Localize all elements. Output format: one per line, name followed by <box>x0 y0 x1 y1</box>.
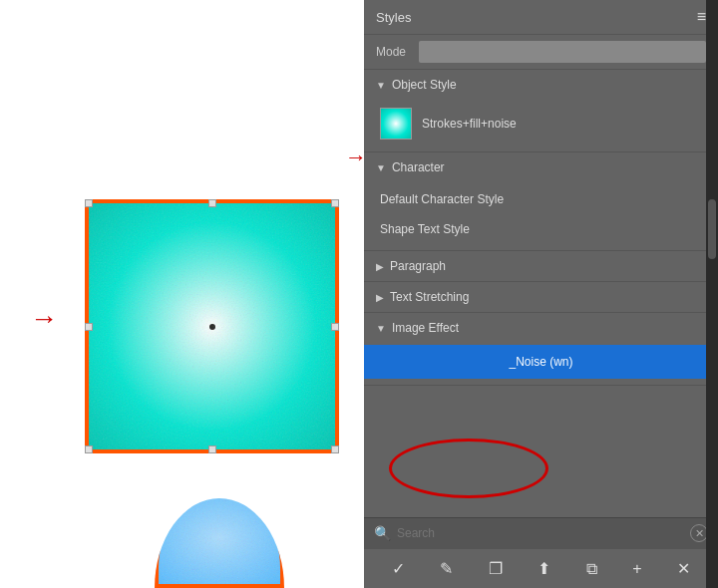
handle-bm <box>208 445 216 453</box>
toolbar-duplicate-button[interactable]: ⧉ <box>582 558 601 580</box>
toolbar-close-button[interactable]: ✕ <box>673 557 694 580</box>
mode-label: Mode <box>376 45 411 59</box>
character-triangle: ▼ <box>376 162 386 173</box>
image-effect-header[interactable]: ▼ Image Effect <box>364 313 718 343</box>
image-effect-section: ▼ Image Effect _Noise (wn) <box>364 313 718 386</box>
style-name: Strokes+fill+noise <box>422 117 517 131</box>
mode-select[interactable] <box>419 41 706 63</box>
search-icon: 🔍 <box>374 525 391 541</box>
image-effect-content: _Noise (wn) <box>364 343 718 385</box>
object-style-content: Strokes+fill+noise <box>364 100 718 151</box>
handle-br <box>331 445 339 453</box>
center-dot <box>209 324 215 330</box>
handle-mr <box>331 323 339 331</box>
toolbar-edit-button[interactable]: ✎ <box>436 557 457 580</box>
character-title: Character <box>392 160 445 174</box>
object-style-row[interactable]: Strokes+fill+noise <box>364 102 718 146</box>
image-effect-title: Image Effect <box>392 321 459 335</box>
object-style-section: ▼ Object Style Strokes+fill+noise <box>364 70 718 152</box>
scroll-indicator[interactable] <box>708 199 716 259</box>
handle-ml <box>85 323 93 331</box>
annotation-arrow-left <box>30 309 80 329</box>
paragraph-title: Paragraph <box>390 259 446 273</box>
toolbar-check-button[interactable]: ✓ <box>388 557 409 580</box>
object-style-header[interactable]: ▼ Object Style <box>364 70 718 100</box>
handle-tr <box>331 199 339 207</box>
character-content: Default Character Style Shape Text Style <box>364 182 718 250</box>
object-style-title: Object Style <box>392 78 457 92</box>
bottom-shape <box>155 488 284 588</box>
right-edge-bar <box>706 0 718 588</box>
panel-header: Styles ≡ <box>364 0 718 35</box>
character-item-shape[interactable]: Shape Text Style <box>364 214 718 244</box>
text-stretching-title: Text Stretching <box>390 290 469 304</box>
handle-tl <box>85 199 93 207</box>
mode-row: Mode <box>364 35 718 70</box>
panel-toolbar: ✓ ✎ ❐ ⬆ ⧉ + ✕ <box>364 548 718 588</box>
paragraph-triangle: ▶ <box>376 261 384 272</box>
panel-title: Styles <box>376 10 411 25</box>
toolbar-copy-button[interactable]: ❐ <box>485 557 507 580</box>
search-bar: 🔍 ✕ <box>364 517 718 548</box>
artwork-box <box>85 199 339 453</box>
paragraph-section: ▶ Paragraph <box>364 251 718 282</box>
search-input[interactable] <box>397 526 690 540</box>
styles-panel: Styles ≡ Mode ▼ Object Style Strokes+fil… <box>364 0 718 588</box>
handle-tm <box>208 199 216 207</box>
character-header[interactable]: ▼ Character <box>364 152 718 182</box>
image-effect-triangle: ▼ <box>376 323 386 334</box>
effect-noise-item[interactable]: _Noise (wn) <box>364 345 718 379</box>
object-style-triangle: ▼ <box>376 80 386 91</box>
style-thumbnail <box>380 108 412 140</box>
toolbar-add-button[interactable]: + <box>628 558 645 580</box>
paragraph-header[interactable]: ▶ Paragraph <box>364 251 718 281</box>
text-stretching-section: ▶ Text Stretching <box>364 282 718 313</box>
panel-menu-icon[interactable]: ≡ <box>697 8 706 26</box>
text-stretching-header[interactable]: ▶ Text Stretching <box>364 282 718 312</box>
text-stretching-triangle: ▶ <box>376 292 384 303</box>
toolbar-export-button[interactable]: ⬆ <box>534 557 554 580</box>
canvas-area <box>0 0 369 588</box>
character-section: ▼ Character Default Character Style Shap… <box>364 152 718 251</box>
character-item-default[interactable]: Default Character Style <box>364 184 718 214</box>
handle-bl <box>85 445 93 453</box>
